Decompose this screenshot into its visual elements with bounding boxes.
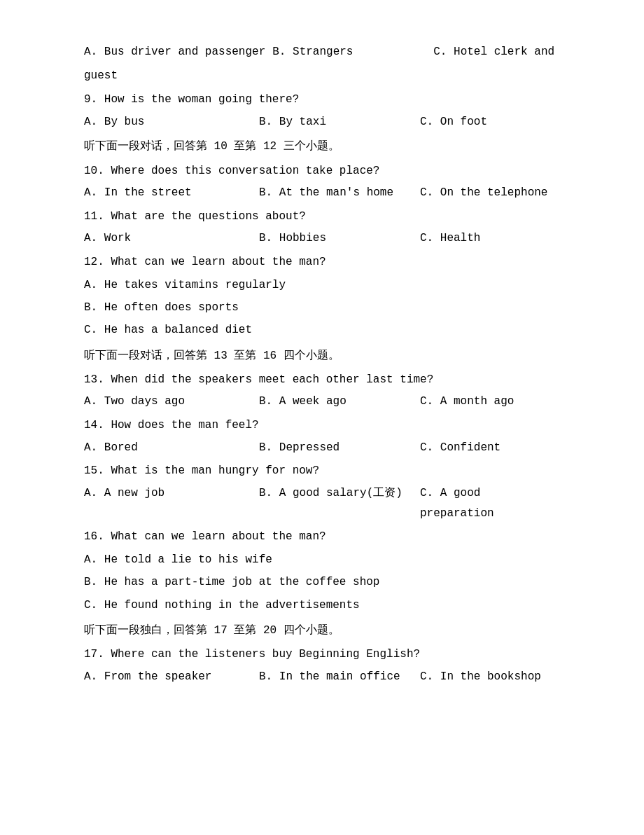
- options-row: A. Bus driver and passengerB. StrangersC…: [84, 42, 560, 62]
- option-c: C. Hotel clerk and: [433, 42, 560, 62]
- options-row: A. WorkB. HobbiesC. Health: [84, 228, 560, 249]
- option-a: A. Bus driver and passenger: [84, 42, 265, 62]
- option-b: B. By taxi: [259, 112, 413, 132]
- option-c: C. On the telephone: [420, 183, 560, 203]
- option-a: A. In the street: [84, 183, 252, 203]
- option-b: B. A week ago: [259, 392, 413, 412]
- option-a: A. Work: [84, 228, 252, 249]
- options-row: A. From the speakerB. In the main office…: [84, 667, 560, 687]
- answer-option: A. He takes vitamins regularly: [84, 275, 560, 296]
- option-a: A. From the speaker: [84, 667, 252, 687]
- answer-option: B. He has a part-time job at the coffee …: [84, 572, 560, 593]
- section-header: 听下面一段独白，回答第 17 至第 20 四个小题。: [84, 620, 560, 641]
- section-header: 听下面一段对话，回答第 10 至第 12 三个小题。: [84, 136, 560, 157]
- question-text: 16. What can we learn about the man?: [84, 526, 560, 547]
- option-a: A. Bored: [84, 438, 252, 458]
- question-text: 14. How does the man feel?: [84, 415, 560, 436]
- answer-option: C. He found nothing in the advertisement…: [84, 595, 560, 616]
- option-a: A. Two days ago: [84, 392, 252, 412]
- question-text: 15. What is the man hungry for now?: [84, 460, 560, 481]
- question-text: 13. When did the speakers meet each othe…: [84, 369, 560, 390]
- options-row: A. A new jobB. A good salary(工资)C. A goo…: [84, 483, 560, 524]
- option-c: C. Confident: [420, 438, 560, 458]
- question-text: 12. What can we learn about the man?: [84, 251, 560, 272]
- option-b: B. Depressed: [259, 438, 413, 458]
- option-c: C. In the bookshop: [420, 667, 560, 687]
- option-c: C. A good preparation: [420, 483, 560, 524]
- option-b: B. At the man's home: [259, 183, 413, 203]
- answer-option: B. He often does sports: [84, 297, 560, 318]
- section-header: 听下面一段对话，回答第 13 至第 16 四个小题。: [84, 345, 560, 366]
- continuation-text: guest: [84, 65, 560, 86]
- option-b: B. Hobbies: [259, 228, 413, 249]
- main-content: A. Bus driver and passengerB. StrangersC…: [84, 42, 560, 687]
- question-text: 10. Where does this conversation take pl…: [84, 160, 560, 181]
- question-text: 11. What are the questions about?: [84, 206, 560, 227]
- option-a: A. By bus: [84, 112, 252, 132]
- question-text: 17. Where can the listeners buy Beginnin…: [84, 644, 560, 665]
- options-row: A. By busB. By taxiC. On foot: [84, 112, 560, 132]
- option-b: B. In the main office: [259, 667, 413, 687]
- question-text: 9. How is the woman going there?: [84, 89, 560, 110]
- options-row: A. In the streetB. At the man's homeC. O…: [84, 183, 560, 203]
- option-c: C. A month ago: [420, 392, 560, 412]
- answer-option: C. He has a balanced diet: [84, 319, 560, 340]
- option-b: B. Strangers: [272, 42, 426, 62]
- option-b: B. A good salary(工资): [259, 483, 413, 524]
- option-a: A. A new job: [84, 483, 252, 524]
- option-c: C. Health: [420, 228, 560, 249]
- answer-option: A. He told a lie to his wife: [84, 549, 560, 570]
- options-row: A. BoredB. DepressedC. Confident: [84, 438, 560, 458]
- option-c: C. On foot: [420, 112, 560, 132]
- options-row: A. Two days agoB. A week agoC. A month a…: [84, 392, 560, 412]
